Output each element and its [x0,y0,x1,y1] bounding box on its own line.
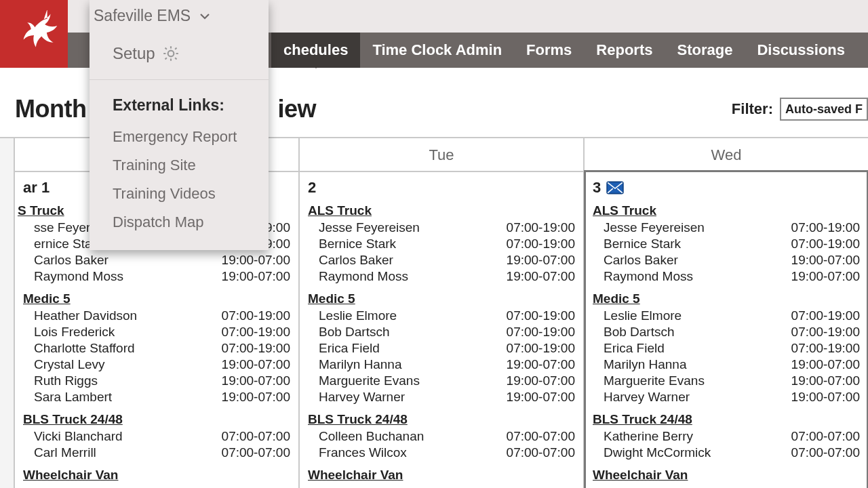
shift-time: 07:00-19:00 [791,325,860,340]
shift-row[interactable]: Carl Merrill07:00-07:00 [22,445,292,461]
nav-item-forms[interactable]: Forms [514,33,584,68]
shift-time: 19:00-07:00 [507,373,575,388]
calendar-day-body[interactable]: 3ALS TruckJesse Feyereisen07:00-19:00Ber… [585,171,868,488]
shift-row[interactable]: Harvey Warner19:00-07:00 [307,389,576,405]
shift-time: 07:00-19:00 [507,308,575,323]
shift-time: 07:00-07:00 [791,429,860,444]
shift-name: Frances Wilcox [319,445,407,460]
shift-row[interactable]: Charlotte Stafford07:00-19:00 [22,340,292,357]
shift-row[interactable]: Carlos Baker19:00-07:00 [591,252,861,268]
dropdown-link-training-site[interactable]: Training Site [90,151,269,180]
shift-row[interactable]: Marguerite Evans19:00-07:00 [591,373,861,389]
shift-name: Raymond Moss [604,269,693,284]
nav-item-time-clock-admin[interactable]: Time Clock Admin [360,33,514,68]
filter-control: Filter: Auto-saved F [732,98,868,121]
shift-row[interactable]: Vicki Blanchard07:00-07:00 [22,428,292,445]
shift-row[interactable]: Marilyn Hanna19:00-07:00 [307,357,576,373]
shift-name: Carlos Baker [34,253,108,268]
nav-item-reports[interactable]: Reports [584,33,665,68]
unit-header[interactable]: Wheelchair Van [593,468,861,483]
shift-name: Sara Lambert [34,390,112,405]
shift-row[interactable]: Heather Davidson07:00-19:00 [22,308,292,324]
shift-name: Marilyn Hanna [604,357,687,372]
page-title-part-left: Month [15,95,86,123]
shift-time: 19:00-07:00 [791,269,860,284]
shift-row[interactable]: Marguerite Evans19:00-07:00 [307,373,576,389]
shift-row[interactable]: Crystal Levy19:00-07:00 [22,357,292,373]
page-title-part-right: iew [278,95,317,123]
unit-header[interactable]: ALS Truck [308,203,576,218]
shift-row[interactable]: Colleen Buchanan07:00-07:00 [307,428,576,445]
dropdown-org-name: Safeville EMS [94,7,191,25]
unit-header[interactable]: Medic 5 [308,291,576,306]
calendar-day-body[interactable]: 2ALS TruckJesse Feyereisen07:00-19:00Ber… [300,171,583,488]
shift-row[interactable]: Sara Lambert19:00-07:00 [22,389,292,405]
shift-row[interactable]: Raymond Moss19:00-07:00 [591,268,861,285]
shift-time: 07:00-07:00 [791,445,860,460]
shift-row[interactable]: Ruth Riggs19:00-07:00 [22,373,292,389]
nav-item-discussions[interactable]: Discussions [745,33,857,68]
shift-row[interactable]: Bernice Stark07:00-19:00 [591,236,861,252]
shift-row[interactable]: Carlos Baker19:00-07:00 [307,252,576,268]
unit-header[interactable]: Medic 5 [593,291,861,306]
shift-time: 07:00-19:00 [791,308,860,323]
dropdown-org-row[interactable]: Safeville EMS [90,0,269,32]
calendar-day-header: Wed [585,138,868,171]
dropdown-link-emergency-report[interactable]: Emergency Report [90,123,269,151]
shift-time: 07:00-07:00 [222,445,290,460]
shift-name: Erica Field [319,341,380,356]
shift-name: Carl Merrill [34,445,96,460]
unit-header[interactable]: Wheelchair Van [23,468,292,483]
filter-select[interactable]: Auto-saved F [780,98,868,121]
dropdown-setup[interactable]: Setup [90,32,269,80]
shift-time: 07:00-07:00 [507,445,575,460]
calendar-day-col: Tue2ALS TruckJesse Feyereisen07:00-19:00… [300,138,585,488]
shift-row[interactable]: Carlos Baker19:00-07:00 [22,252,292,268]
unit-header[interactable]: BLS Truck 24/48 [593,412,861,427]
shift-row[interactable]: Bernice Stark07:00-19:00 [307,236,576,252]
shift-row[interactable]: Erica Field07:00-19:00 [307,340,576,357]
shift-time: 19:00-07:00 [507,253,575,268]
shift-name: Leslie Elmore [604,308,682,323]
shift-row[interactable]: Erica Field07:00-19:00 [591,340,861,357]
dropdown-link-training-videos[interactable]: Training Videos [90,180,269,208]
shift-time: 19:00-07:00 [791,357,860,372]
shift-row[interactable]: Lois Frederick07:00-19:00 [22,324,292,340]
app-logo[interactable] [0,0,68,68]
shift-name: Colleen Buchanan [319,429,424,444]
unit-header[interactable]: Wheelchair Van [308,468,576,483]
shift-row[interactable]: Frances Wilcox07:00-07:00 [307,445,576,461]
shift-time: 07:00-19:00 [507,220,575,235]
calendar-day-col: Wed3ALS TruckJesse Feyereisen07:00-19:00… [585,138,868,488]
filter-value: Auto-saved F [785,102,863,117]
shift-row[interactable]: Jesse Feyereisen07:00-19:00 [307,220,576,236]
shift-row[interactable]: Harvey Warner19:00-07:00 [591,389,861,405]
unit-header[interactable]: Medic 5 [23,291,292,306]
dropdown-link-dispatch-map[interactable]: Dispatch Map [90,208,269,237]
shift-time: 07:00-07:00 [222,429,290,444]
nav-item-storage[interactable]: Storage [665,33,745,68]
shift-name: Erica Field [604,341,665,356]
shift-row[interactable]: Leslie Elmore07:00-19:00 [307,308,576,324]
nav-item-chedules[interactable]: chedules [271,33,360,68]
shift-name: Raymond Moss [34,269,123,284]
shift-name: Jesse Feyereisen [604,220,705,235]
shift-row[interactable]: Marilyn Hanna19:00-07:00 [591,357,861,373]
shift-row[interactable]: Bob Dartsch07:00-19:00 [307,324,576,340]
shift-row[interactable]: Raymond Moss19:00-07:00 [22,268,292,285]
unit-header[interactable]: ALS Truck [593,203,861,218]
shift-row[interactable]: Leslie Elmore07:00-19:00 [591,308,861,324]
shift-row[interactable]: Bob Dartsch07:00-19:00 [591,324,861,340]
unit-header[interactable]: BLS Truck 24/48 [23,412,292,427]
shift-name: Jesse Feyereisen [319,220,420,235]
shift-time: 07:00-19:00 [507,341,575,356]
shift-row[interactable]: Katherine Berry07:00-07:00 [591,428,861,445]
mail-icon[interactable] [606,181,624,195]
shift-row[interactable]: Raymond Moss19:00-07:00 [307,268,576,285]
shift-name: Marilyn Hanna [319,357,402,372]
unit-header[interactable]: BLS Truck 24/48 [308,412,576,427]
shift-row[interactable]: Dwight McCormick07:00-07:00 [591,445,861,461]
shift-row[interactable]: Jesse Feyereisen07:00-19:00 [591,220,861,236]
shift-name: Bob Dartsch [604,325,675,340]
shift-name: Leslie Elmore [319,308,397,323]
